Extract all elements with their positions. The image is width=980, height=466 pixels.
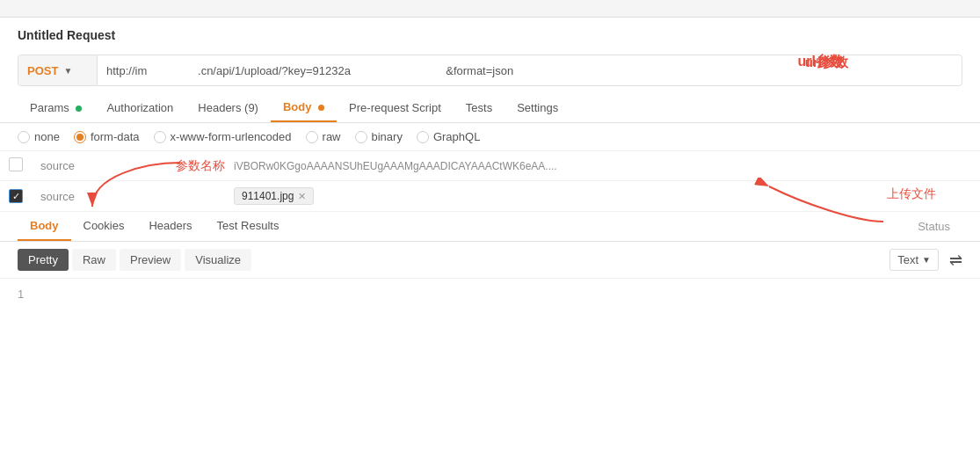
- response-tab-cookies[interactable]: Cookies: [71, 212, 137, 241]
- checkmark-icon: ✓: [12, 191, 20, 202]
- table-row: ✓ source 911401.jpg ✕: [0, 181, 980, 212]
- tab-tests[interactable]: Tests: [454, 94, 505, 121]
- response-tab-body[interactable]: Body: [18, 212, 71, 241]
- checkbox-row1[interactable]: [0, 151, 32, 181]
- main-wrapper: Untitled Request POST ▼ url参数 Params Aut…: [0, 0, 980, 466]
- method-label: POST: [27, 64, 58, 77]
- unchecked-box[interactable]: [9, 157, 23, 171]
- url-bar: POST ▼: [18, 55, 962, 86]
- chevron-down-icon: ▼: [922, 255, 931, 265]
- response-tabs-row: Body Cookies Headers Test Results Status: [0, 212, 980, 242]
- checked-box[interactable]: ✓: [9, 189, 23, 203]
- format-type-dropdown[interactable]: Text ▼: [889, 249, 939, 271]
- radio-none[interactable]: none: [18, 130, 60, 143]
- tab-body[interactable]: Body: [271, 93, 337, 122]
- val-col-row1: iVBORw0KGgoAAAANSUhEUgAAAMgAAADICAYAAACt…: [225, 151, 980, 181]
- checkbox-row2[interactable]: ✓: [0, 181, 32, 212]
- body-type-row: none form-data x-www-form-urlencoded raw…: [0, 123, 980, 151]
- params-dot: [76, 106, 82, 112]
- tab-authorization[interactable]: Authorization: [94, 94, 185, 121]
- top-bar: [0, 0, 980, 18]
- format-btn-preview[interactable]: Preview: [120, 249, 181, 271]
- params-table: source iVBORw0KGgoAAAANSUhEUgAAAMgAAADIC…: [0, 151, 980, 212]
- chevron-down-icon: ▼: [63, 66, 72, 76]
- response-tab-test-results[interactable]: Test Results: [205, 212, 292, 241]
- response-tab-headers[interactable]: Headers: [136, 212, 204, 241]
- body-dot: [318, 105, 324, 111]
- table-row: source iVBORw0KGgoAAAANSUhEUgAAAMgAAADIC…: [0, 151, 980, 181]
- tabs-row: Params Authorization Headers (9) Body Pr…: [0, 93, 980, 123]
- radio-binary[interactable]: binary: [355, 130, 403, 143]
- response-tabs-left: Body Cookies Headers Test Results: [18, 212, 291, 241]
- url-input[interactable]: [98, 64, 962, 77]
- response-format-row: Pretty Raw Preview Visualize Text ▼ ⇌: [0, 242, 980, 279]
- tab-settings[interactable]: Settings: [505, 94, 570, 121]
- key-col-row1: source: [32, 151, 225, 181]
- radio-graphql[interactable]: GraphQL: [417, 130, 480, 143]
- file-tag: 911401.jpg ✕: [234, 187, 314, 205]
- line-numbers: 1: [0, 279, 980, 309]
- format-btn-pretty[interactable]: Pretty: [18, 249, 69, 271]
- format-btn-visualize[interactable]: Visualize: [185, 249, 251, 271]
- tab-pre-request[interactable]: Pre-request Script: [337, 94, 454, 121]
- params-section: source iVBORw0KGgoAAAANSUhEUgAAAMgAAADIC…: [0, 151, 980, 212]
- radio-form-data[interactable]: form-data: [74, 130, 140, 143]
- tab-params[interactable]: Params: [18, 94, 94, 121]
- status-label: Status: [905, 213, 962, 240]
- radio-urlencoded[interactable]: x-www-form-urlencoded: [154, 130, 292, 143]
- val-col-row2: 911401.jpg ✕: [225, 181, 980, 212]
- key-col-row2: source: [32, 181, 225, 212]
- format-btn-raw[interactable]: Raw: [72, 249, 116, 271]
- radio-raw[interactable]: raw: [306, 130, 341, 143]
- tab-headers[interactable]: Headers (9): [185, 94, 271, 121]
- request-title: Untitled Request: [0, 18, 980, 49]
- wrap-icon[interactable]: ⇌: [949, 251, 962, 270]
- file-remove-icon[interactable]: ✕: [298, 191, 306, 202]
- method-select[interactable]: POST ▼: [18, 55, 98, 85]
